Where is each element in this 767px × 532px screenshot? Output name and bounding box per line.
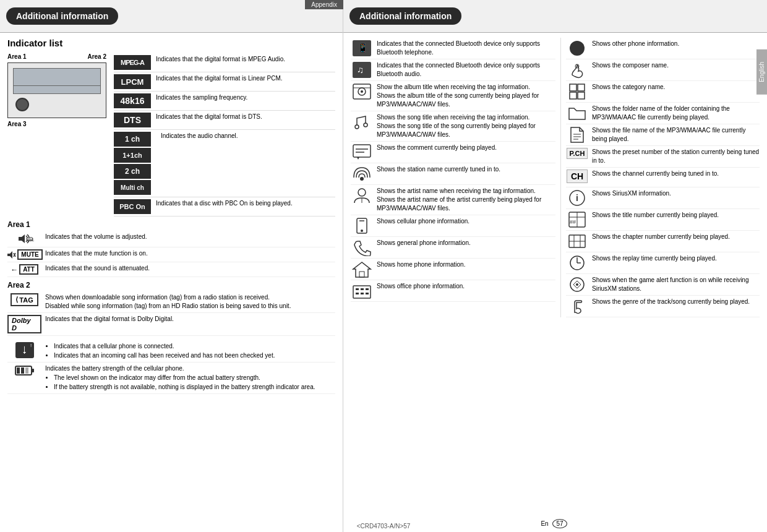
sym-row-dts: DTS Indicates that the digital format is… xyxy=(114,111,335,130)
bt-phone-only-text: Indicates that the connected Bluetooth d… xyxy=(377,40,555,57)
device-knob xyxy=(15,98,29,111)
left-column: Appendix Additional information Indicato… xyxy=(0,0,343,532)
svg-text:📱: 📱 xyxy=(358,43,369,53)
composer-row: Shows the composer name. xyxy=(566,59,760,81)
bluetooth-section: ⭣ ! Indicates that a cellular phone is c… xyxy=(7,340,335,394)
battery-text: Indicates the battery strength of the ce… xyxy=(45,364,335,392)
game-alert-icon xyxy=(566,276,588,293)
tag-box: ⟨TAG xyxy=(11,293,38,306)
bt-phone-row: ⭣ ! Indicates that a cellular phone is c… xyxy=(7,340,335,363)
station-icon xyxy=(351,165,373,182)
area3-label: Area 3 xyxy=(7,121,106,127)
category-text: Shows the category name. xyxy=(592,83,760,92)
bt-phone-text: Indicates that a cellular phone is conne… xyxy=(45,341,335,360)
svg-rect-48 xyxy=(570,92,576,99)
area2-dolby-text: Indicates that the digital format is Dol… xyxy=(45,315,335,324)
cellular-icon xyxy=(351,217,373,234)
1plus1ch-icon: 1+1ch xyxy=(114,148,151,163)
svg-rect-38 xyxy=(356,288,359,290)
office-phone-text: Shows office phone information. xyxy=(377,282,555,291)
bt-phone-icon: ⭣ ! xyxy=(7,341,41,359)
song-tag-icon xyxy=(351,113,373,131)
svg-marker-26 xyxy=(357,157,359,160)
area1-heading: Area 1 xyxy=(7,220,335,229)
left-content: Indicator list Area 1 Area 2 Area 3 xyxy=(0,33,343,403)
bt-audio-only-text: Indicates that the connected Bluetooth d… xyxy=(377,61,555,79)
svg-rect-25 xyxy=(353,145,371,157)
right-column: English Additional information 📱 xyxy=(343,0,767,532)
album-tag-text: Show the album title when receiving the … xyxy=(377,83,555,109)
en-label: En xyxy=(541,520,548,527)
device-diagram: Area 1 Area 2 Area 3 xyxy=(7,53,106,217)
svg-rect-47 xyxy=(578,84,585,91)
svg-text:♫: ♫ xyxy=(357,64,364,75)
dts-icon: DTS xyxy=(114,113,151,127)
station-text: Shows the station name currently tuned i… xyxy=(377,165,555,174)
general-phone-icon xyxy=(351,239,373,256)
replay-time-row: Shows the replay time currently being pl… xyxy=(566,252,760,274)
area1-att-text: Indicates that the sound is attenuated. xyxy=(45,264,335,273)
office-phone-row: Shows office phone information. xyxy=(351,280,555,302)
svg-point-29 xyxy=(360,177,364,181)
svg-point-30 xyxy=(358,189,366,196)
filename-icon xyxy=(566,126,588,144)
dolby-icon: Dolby D xyxy=(7,315,41,333)
svg-point-67 xyxy=(576,283,578,286)
page-container: Appendix Additional information Indicato… xyxy=(0,0,767,532)
folder-row: Shows the folder name of the folder cont… xyxy=(566,103,760,124)
bt-audio-only-row: ♫ Indicates that the connected Bluetooth… xyxy=(351,59,555,81)
left-section-title: Additional information xyxy=(6,7,118,25)
area1-vol-row: Vol. Indicates that the volume is adjust… xyxy=(7,231,335,247)
other-phone-row: Shows other phone information. xyxy=(566,38,760,59)
svg-rect-49 xyxy=(578,92,585,99)
area1-att-row: ← ATT Indicates that the sound is attenu… xyxy=(7,262,335,277)
sym-row-ch: 1 ch 1+1ch 2 ch Multi ch Indicates the a… xyxy=(114,130,335,197)
composer-icon xyxy=(566,61,588,79)
english-tab: English xyxy=(756,49,767,95)
area1-mute-text: Indicates that the mute function is on. xyxy=(45,249,335,258)
left-header: Additional information xyxy=(0,0,343,33)
area1-label: Area 1 xyxy=(7,53,27,60)
area1-section: Area 1 Vol. xyxy=(7,220,335,277)
cellular-row: Shows cellular phone information. xyxy=(351,215,555,237)
svg-rect-11 xyxy=(32,369,34,372)
game-alert-text: Shows when the game alert function is on… xyxy=(592,276,760,293)
ch-icon: CH xyxy=(566,169,588,183)
svg-rect-43 xyxy=(366,293,369,294)
genre-text: Shows the genre of the track/song curren… xyxy=(592,298,760,306)
ch-text: Shows the channel currently being tuned … xyxy=(592,169,760,178)
svg-marker-0 xyxy=(19,234,25,243)
chapter-icon xyxy=(566,233,588,250)
symbol-tables: MPEG-A Indicates that the digital format… xyxy=(114,53,335,217)
vol-icon: Vol. xyxy=(7,233,41,245)
title-num-text: Shows the title number currently being p… xyxy=(592,211,760,220)
sym-text-dts: Indicates that the digital format is DTS… xyxy=(156,113,335,121)
device-box xyxy=(7,62,106,118)
svg-point-44 xyxy=(570,41,585,56)
bt-phone-only-row: 📱 Indicates that the connected Bluetooth… xyxy=(351,38,555,59)
cellular-text: Shows cellular phone information. xyxy=(377,217,555,226)
right-content: 📱 Indicates that the connected Bluetooth… xyxy=(343,33,767,322)
area2-heading: Area 2 xyxy=(7,281,335,290)
home-phone-icon xyxy=(351,260,373,278)
sym-row-lpcm: LPCM Indicates that the digital format i… xyxy=(114,72,335,92)
station-row: Shows the station name currently tuned i… xyxy=(351,163,555,185)
area2-section: Area 2 ⟨TAG Shows when downloadable song… xyxy=(7,281,335,336)
device-display xyxy=(13,68,101,87)
svg-rect-42 xyxy=(361,293,364,294)
home-phone-text: Shows home phone information. xyxy=(377,260,555,269)
att-box: ATT xyxy=(19,264,38,275)
right-section-title: Additional information xyxy=(349,7,461,25)
svg-text:Vol.: Vol. xyxy=(27,238,34,242)
bt-audio-only-icon: ♫ xyxy=(351,61,373,79)
sirius-row: i Shows SiriusXM information. xyxy=(566,187,760,209)
tag-icon: ⟨TAG xyxy=(7,293,41,306)
folder-text: Shows the folder name of the folder cont… xyxy=(592,105,760,122)
song-tag-text: Shows the song title when receiving the … xyxy=(377,113,555,139)
composer-text: Shows the composer name. xyxy=(592,61,760,70)
comment-icon xyxy=(351,144,373,161)
page-number-box: 57 xyxy=(552,519,567,528)
area2-label: Area 2 xyxy=(87,53,106,60)
chapter-row: Shows the chapter number currently being… xyxy=(566,231,760,252)
indicator-list-title: Indicator list xyxy=(7,38,335,48)
